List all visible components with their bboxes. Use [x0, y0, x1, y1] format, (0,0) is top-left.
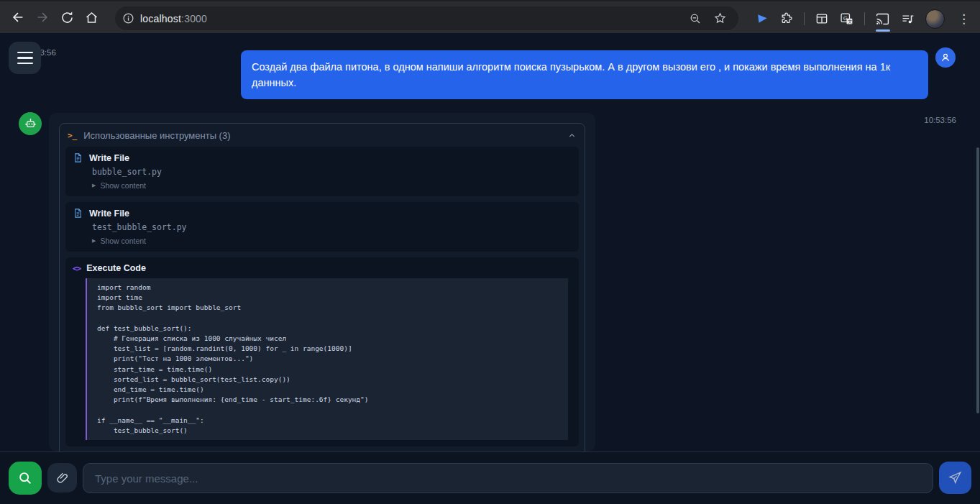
cast-icon	[875, 12, 890, 27]
assistant-message-container: >_ Использованные инструменты (3) Write …	[49, 113, 595, 452]
person-icon	[939, 51, 952, 64]
user-avatar	[935, 47, 956, 68]
cast-button[interactable]	[875, 12, 890, 27]
toolbar-extensions-area: G文 ⋮	[755, 3, 980, 35]
tool-card-write-file-1: Write File bubble_sort.py ▶ Show content	[65, 147, 579, 196]
search-tools-button[interactable]	[9, 462, 42, 495]
zoom-indicator-icon[interactable]	[689, 12, 702, 25]
back-arrow-icon	[10, 9, 26, 25]
menu-button[interactable]	[9, 42, 41, 74]
send-button[interactable]	[939, 462, 971, 494]
chat-scrollbar-thumb[interactable]	[976, 147, 979, 413]
extensions-puzzle-icon[interactable]	[779, 12, 794, 26]
browser-menu-button[interactable]: ⋮	[955, 13, 973, 25]
app-window: localhost:3000 G文 ⋮ 53:56 Создай д	[0, 0, 980, 504]
browser-profile-avatar[interactable]	[925, 9, 945, 29]
media-playlist-icon[interactable]	[900, 12, 915, 27]
tool-filename: bubble_sort.py	[92, 167, 572, 177]
send-paper-plane-icon	[948, 470, 963, 485]
tools-panel-header[interactable]: >_ Использованные инструменты (3)	[60, 124, 585, 147]
window-panel-extension-icon[interactable]	[815, 12, 829, 26]
browser-toolbar: localhost:3000 G文 ⋮	[0, 0, 980, 33]
collapsed-triangle-icon: ▶	[92, 183, 96, 188]
site-info-icon[interactable]	[122, 12, 134, 24]
composer-bar	[0, 452, 980, 504]
message-timestamp: 10:53:56	[924, 116, 956, 124]
url-text: localhost:3000	[140, 13, 207, 24]
file-icon	[73, 208, 83, 219]
tool-name: Execute Code	[86, 263, 146, 273]
blue-pointer-extension-icon[interactable]	[755, 12, 769, 26]
assistant-avatar	[19, 112, 42, 135]
show-content-label: Show content	[100, 237, 146, 245]
tool-card-execute-code: <> Execute Code import random import tim…	[65, 257, 579, 446]
home-icon	[84, 10, 99, 25]
reload-button[interactable]	[55, 5, 79, 29]
tools-panel-title: Использованные инструменты (3)	[83, 130, 561, 141]
tool-name: Write File	[89, 209, 129, 219]
paperclip-icon	[55, 471, 70, 485]
forward-arrow-icon	[35, 9, 50, 25]
bookmark-star-icon[interactable]	[713, 12, 727, 25]
tool-name: Write File	[89, 153, 129, 163]
collapsed-triangle-icon: ▶	[92, 238, 96, 244]
magnifier-icon	[17, 470, 33, 486]
tool-filename: test_bubble_sort.py	[92, 222, 572, 232]
attach-file-button[interactable]	[47, 463, 77, 492]
home-button[interactable]	[79, 5, 104, 29]
terminal-icon: >_	[68, 131, 77, 140]
toolbar-separator	[804, 12, 805, 25]
code-block: import random import time from bubble_so…	[86, 278, 568, 440]
robot-icon	[24, 117, 37, 131]
address-bar[interactable]: localhost:3000	[115, 6, 738, 30]
forward-button[interactable]	[30, 5, 55, 29]
translate-extension-icon[interactable]: G文	[839, 12, 854, 27]
chevron-up-icon[interactable]	[567, 131, 577, 140]
svg-text:文: 文	[848, 19, 852, 24]
tool-card-write-file-2: Write File test_bubble_sort.py ▶ Show co…	[65, 202, 579, 252]
show-content-label: Show content	[100, 181, 146, 190]
url-port: :3000	[181, 13, 207, 24]
user-message-bubble: Создай два файла питона, в одном напиши …	[241, 50, 928, 99]
toolbar-separator	[864, 12, 865, 25]
show-content-toggle[interactable]: ▶ Show content	[92, 237, 572, 245]
tools-panel: >_ Использованные инструменты (3) Write …	[59, 123, 585, 452]
code-brackets-icon: <>	[73, 264, 81, 273]
show-content-toggle[interactable]: ▶ Show content	[92, 181, 572, 190]
file-icon	[73, 152, 83, 163]
reload-icon	[60, 10, 75, 25]
back-button[interactable]	[6, 5, 30, 29]
url-host: localhost	[140, 13, 181, 24]
chat-page: 53:56 Создай два файла питона, в одном н…	[0, 33, 980, 504]
message-input[interactable]	[83, 463, 933, 493]
cast-active-indicator	[876, 29, 890, 32]
